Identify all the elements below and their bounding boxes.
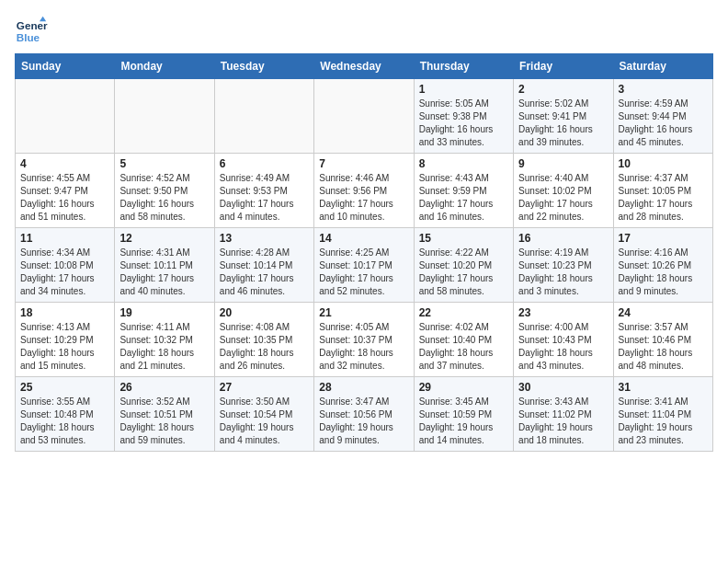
day-number: 17 (619, 232, 708, 245)
cell-info: Sunrise: 4:19 AM Sunset: 10:23 PM Daylig… (518, 247, 608, 298)
cell-info: Sunrise: 4:08 AM Sunset: 10:35 PM Daylig… (220, 321, 309, 373)
day-number: 15 (419, 232, 508, 245)
day-number: 25 (20, 381, 109, 394)
cell-info: Sunrise: 3:50 AM Sunset: 10:54 PM Daylig… (220, 396, 309, 447)
calendar-cell: 26Sunrise: 3:52 AM Sunset: 10:51 PM Dayl… (115, 377, 214, 452)
day-number: 12 (119, 232, 209, 245)
weekday-header-saturday: Saturday (613, 54, 712, 79)
calendar-cell: 11Sunrise: 4:34 AM Sunset: 10:08 PM Dayl… (16, 228, 115, 303)
calendar-cell: 3Sunrise: 4:59 AM Sunset: 9:44 PM Daylig… (613, 79, 712, 154)
calendar-cell: 27Sunrise: 3:50 AM Sunset: 10:54 PM Dayl… (214, 377, 313, 452)
cell-info: Sunrise: 4:16 AM Sunset: 10:26 PM Daylig… (619, 247, 708, 298)
day-number: 10 (619, 157, 708, 170)
day-number: 9 (518, 157, 608, 170)
cell-info: Sunrise: 4:46 AM Sunset: 9:56 PM Dayligh… (319, 172, 408, 224)
cell-info: Sunrise: 4:28 AM Sunset: 10:14 PM Daylig… (220, 247, 309, 298)
day-number: 13 (220, 232, 309, 245)
calendar-table: SundayMondayTuesdayWednesdayThursdayFrid… (15, 53, 713, 452)
calendar-cell: 20Sunrise: 4:08 AM Sunset: 10:35 PM Dayl… (214, 303, 313, 377)
calendar-cell: 9Sunrise: 4:40 AM Sunset: 10:02 PM Dayli… (514, 154, 613, 228)
calendar-cell: 14Sunrise: 4:25 AM Sunset: 10:17 PM Dayl… (314, 228, 414, 303)
day-number: 24 (619, 306, 708, 319)
logo-icon: General Blue (15, 15, 48, 48)
weekday-header-monday: Monday (115, 54, 214, 79)
day-number: 1 (419, 83, 508, 96)
calendar-cell: 23Sunrise: 4:00 AM Sunset: 10:43 PM Dayl… (514, 303, 613, 377)
cell-info: Sunrise: 3:55 AM Sunset: 10:48 PM Daylig… (20, 396, 109, 447)
calendar-cell: 10Sunrise: 4:37 AM Sunset: 10:05 PM Dayl… (613, 154, 712, 228)
day-number: 16 (518, 232, 608, 245)
logo: General Blue (15, 15, 48, 48)
cell-info: Sunrise: 4:52 AM Sunset: 9:50 PM Dayligh… (119, 172, 209, 224)
day-number: 22 (419, 306, 508, 319)
calendar-cell (16, 79, 115, 154)
day-number: 18 (20, 306, 109, 319)
day-number: 30 (518, 381, 608, 394)
calendar-cell: 6Sunrise: 4:49 AM Sunset: 9:53 PM Daylig… (214, 154, 313, 228)
cell-info: Sunrise: 4:25 AM Sunset: 10:17 PM Daylig… (319, 247, 408, 298)
day-number: 3 (619, 83, 708, 96)
cell-info: Sunrise: 5:05 AM Sunset: 9:38 PM Dayligh… (419, 98, 508, 149)
calendar-cell: 21Sunrise: 4:05 AM Sunset: 10:37 PM Dayl… (314, 303, 414, 377)
day-number: 21 (319, 306, 408, 319)
calendar-cell: 30Sunrise: 3:43 AM Sunset: 11:02 PM Dayl… (514, 377, 613, 452)
cell-info: Sunrise: 4:49 AM Sunset: 9:53 PM Dayligh… (220, 172, 309, 224)
calendar-cell: 25Sunrise: 3:55 AM Sunset: 10:48 PM Dayl… (16, 377, 115, 452)
calendar-cell (314, 79, 414, 154)
cell-info: Sunrise: 4:34 AM Sunset: 10:08 PM Daylig… (20, 247, 109, 298)
cell-info: Sunrise: 4:11 AM Sunset: 10:32 PM Daylig… (119, 321, 209, 373)
cell-info: Sunrise: 3:47 AM Sunset: 10:56 PM Daylig… (319, 396, 408, 447)
weekday-header-tuesday: Tuesday (214, 54, 313, 79)
calendar-cell: 5Sunrise: 4:52 AM Sunset: 9:50 PM Daylig… (115, 154, 214, 228)
cell-info: Sunrise: 4:55 AM Sunset: 9:47 PM Dayligh… (20, 172, 109, 224)
cell-info: Sunrise: 4:13 AM Sunset: 10:29 PM Daylig… (20, 321, 109, 373)
day-number: 2 (518, 83, 608, 96)
weekday-header-friday: Friday (514, 54, 613, 79)
calendar-cell: 7Sunrise: 4:46 AM Sunset: 9:56 PM Daylig… (314, 154, 414, 228)
cell-info: Sunrise: 3:41 AM Sunset: 11:04 PM Daylig… (619, 396, 708, 447)
day-number: 4 (20, 157, 109, 170)
calendar-cell: 28Sunrise: 3:47 AM Sunset: 10:56 PM Dayl… (314, 377, 414, 452)
day-number: 23 (518, 306, 608, 319)
day-number: 27 (220, 381, 309, 394)
weekday-header-sunday: Sunday (16, 54, 115, 79)
svg-text:Blue: Blue (17, 31, 40, 43)
calendar-cell: 31Sunrise: 3:41 AM Sunset: 11:04 PM Dayl… (613, 377, 712, 452)
weekday-header-wednesday: Wednesday (314, 54, 414, 79)
calendar-cell: 17Sunrise: 4:16 AM Sunset: 10:26 PM Dayl… (613, 228, 712, 303)
day-number: 20 (220, 306, 309, 319)
cell-info: Sunrise: 4:02 AM Sunset: 10:40 PM Daylig… (419, 321, 508, 373)
day-number: 6 (220, 157, 309, 170)
day-number: 14 (319, 232, 408, 245)
cell-info: Sunrise: 3:45 AM Sunset: 10:59 PM Daylig… (419, 396, 508, 447)
calendar-cell: 1Sunrise: 5:05 AM Sunset: 9:38 PM Daylig… (414, 79, 513, 154)
calendar-cell: 2Sunrise: 5:02 AM Sunset: 9:41 PM Daylig… (514, 79, 613, 154)
calendar-cell: 4Sunrise: 4:55 AM Sunset: 9:47 PM Daylig… (16, 154, 115, 228)
day-number: 11 (20, 232, 109, 245)
day-number: 29 (419, 381, 508, 394)
calendar-cell: 24Sunrise: 3:57 AM Sunset: 10:46 PM Dayl… (613, 303, 712, 377)
cell-info: Sunrise: 4:40 AM Sunset: 10:02 PM Daylig… (518, 172, 608, 224)
weekday-header-thursday: Thursday (414, 54, 513, 79)
calendar-cell: 19Sunrise: 4:11 AM Sunset: 10:32 PM Dayl… (115, 303, 214, 377)
calendar-cell: 15Sunrise: 4:22 AM Sunset: 10:20 PM Dayl… (414, 228, 513, 303)
day-number: 5 (119, 157, 209, 170)
day-number: 8 (419, 157, 508, 170)
cell-info: Sunrise: 4:00 AM Sunset: 10:43 PM Daylig… (518, 321, 608, 373)
cell-info: Sunrise: 3:43 AM Sunset: 11:02 PM Daylig… (518, 396, 608, 447)
day-number: 26 (119, 381, 209, 394)
cell-info: Sunrise: 3:52 AM Sunset: 10:51 PM Daylig… (119, 396, 209, 447)
cell-info: Sunrise: 4:05 AM Sunset: 10:37 PM Daylig… (319, 321, 408, 373)
calendar-cell: 13Sunrise: 4:28 AM Sunset: 10:14 PM Dayl… (214, 228, 313, 303)
calendar-cell: 8Sunrise: 4:43 AM Sunset: 9:59 PM Daylig… (414, 154, 513, 228)
day-number: 19 (119, 306, 209, 319)
calendar-cell: 22Sunrise: 4:02 AM Sunset: 10:40 PM Dayl… (414, 303, 513, 377)
cell-info: Sunrise: 4:22 AM Sunset: 10:20 PM Daylig… (419, 247, 508, 298)
page-header: General Blue (15, 15, 713, 48)
day-number: 7 (319, 157, 408, 170)
cell-info: Sunrise: 4:37 AM Sunset: 10:05 PM Daylig… (619, 172, 708, 224)
cell-info: Sunrise: 3:57 AM Sunset: 10:46 PM Daylig… (619, 321, 708, 373)
calendar-cell (115, 79, 214, 154)
calendar-cell: 29Sunrise: 3:45 AM Sunset: 10:59 PM Dayl… (414, 377, 513, 452)
calendar-cell: 18Sunrise: 4:13 AM Sunset: 10:29 PM Dayl… (16, 303, 115, 377)
